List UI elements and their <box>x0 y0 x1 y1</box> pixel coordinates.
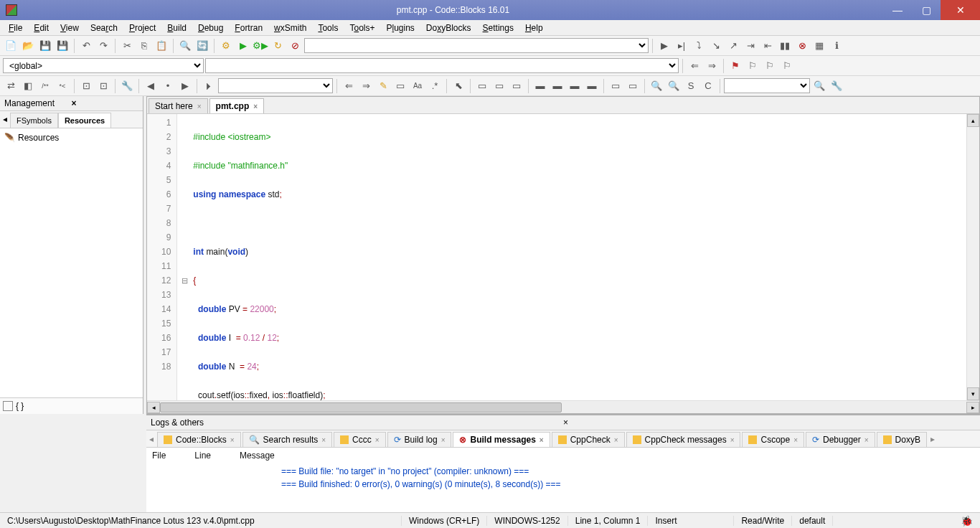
doc2-icon[interactable]: ⊡ <box>95 78 111 94</box>
next-instr-icon[interactable]: ⇥ <box>743 38 758 54</box>
menu-search[interactable]: Search <box>85 22 123 34</box>
text-icon[interactable]: ▭ <box>392 78 408 94</box>
logs-tab-left-icon[interactable]: ◂ <box>146 433 156 446</box>
menu-tools-plus[interactable]: Tools+ <box>344 22 380 34</box>
bookmark-prev-icon[interactable]: ⚐ <box>745 58 760 74</box>
match-case-icon[interactable]: Aa <box>410 78 425 94</box>
horizontal-scrollbar[interactable]: ◂ ▸ <box>147 400 979 413</box>
find-icon[interactable]: 🔍 <box>177 38 193 54</box>
symbol-combo[interactable] <box>205 58 679 73</box>
build-run-icon[interactable]: ⚙▶ <box>253 38 268 54</box>
bookmark-next-icon[interactable]: ⚐ <box>762 58 778 74</box>
forward-jump-icon[interactable]: ⇒ <box>704 58 720 74</box>
close-tab-icon[interactable]: × <box>197 103 202 110</box>
block4-icon[interactable]: ▬ <box>584 78 600 94</box>
cut-icon[interactable]: ✂ <box>119 38 135 54</box>
back-jump-icon[interactable]: ⇐ <box>687 58 702 74</box>
copy-icon[interactable]: ⎘ <box>136 38 152 54</box>
rect2-icon[interactable]: ▭ <box>625 78 641 94</box>
break-icon[interactable]: ▮▮ <box>777 38 793 54</box>
paste-icon[interactable]: 📋 <box>154 38 169 54</box>
log-tab-search[interactable]: 🔍Search results× <box>242 432 333 447</box>
undo-icon[interactable]: ↶ <box>78 38 94 54</box>
abort-icon[interactable]: ⊘ <box>287 38 303 54</box>
arrow-left-icon[interactable]: ⇐ <box>341 78 357 94</box>
comment-icon[interactable]: /** <box>37 78 53 94</box>
search-opts-icon[interactable]: 🔧 <box>829 78 844 94</box>
block1-icon[interactable]: ▬ <box>532 78 548 94</box>
log-tab-debugger[interactable]: ⟳Debugger× <box>806 432 875 447</box>
build-target-combo[interactable] <box>304 38 649 53</box>
debug-continue-icon[interactable]: ▶ <box>656 38 672 54</box>
step-into-icon[interactable]: ↘ <box>708 38 724 54</box>
rebuild-icon[interactable]: ↻ <box>270 38 286 54</box>
menu-wxsmith[interactable]: wxSmith <box>268 22 312 34</box>
run-to-cursor-icon[interactable]: ▸| <box>674 38 689 54</box>
save-icon[interactable]: 💾 <box>37 38 53 54</box>
menu-settings[interactable]: Settings <box>477 22 519 34</box>
letter-c-icon[interactable]: C <box>700 78 716 94</box>
comment-block-icon[interactable]: *< <box>55 78 70 94</box>
close-button[interactable]: ✕ <box>941 0 980 20</box>
code-editor[interactable]: 123456789101112131415161718 #include <io… <box>147 114 979 400</box>
block3-icon[interactable]: ▬ <box>567 78 583 94</box>
letter-s-icon[interactable]: S <box>683 78 699 94</box>
info-icon[interactable]: ℹ <box>829 38 844 54</box>
regex-icon[interactable]: .* <box>427 78 443 94</box>
log-tab-cccc[interactable]: Cccc× <box>334 432 386 447</box>
log-tab-buildlog[interactable]: ⟳Build log× <box>387 432 452 447</box>
menu-debug[interactable]: Debug <box>192 22 229 34</box>
step-over-icon[interactable]: ⤵ <box>691 38 707 54</box>
vertical-scrollbar[interactable]: ▴▾ <box>966 114 979 400</box>
redo-icon[interactable]: ↷ <box>95 38 111 54</box>
search-go-icon[interactable]: 🔍 <box>811 78 827 94</box>
block2-icon[interactable]: ▬ <box>550 78 565 94</box>
log-tab-codeblocks[interactable]: Code::Blocks× <box>157 432 241 447</box>
log-tab-buildmsg[interactable]: ⊗Build messages× <box>453 432 550 447</box>
run-icon[interactable]: ▶ <box>235 38 251 54</box>
maximize-button[interactable]: ▢ <box>912 0 941 20</box>
logs-tab-right-icon[interactable]: ▸ <box>928 433 938 446</box>
save-all-icon[interactable]: 💾 <box>55 38 70 54</box>
diff-icon[interactable]: ◧ <box>20 78 36 94</box>
new-file-icon[interactable]: 📄 <box>3 38 19 54</box>
toggle-source-icon[interactable]: ⇄ <box>3 78 19 94</box>
log-tab-cscope[interactable]: Cscope× <box>742 432 804 447</box>
mgmt-tab-fsymbols[interactable]: FSymbols <box>10 113 58 128</box>
search-combo[interactable] <box>724 78 810 93</box>
build-icon[interactable]: ⚙ <box>218 38 234 54</box>
tab-start-here[interactable]: Start here × <box>149 98 208 113</box>
scope-combo[interactable]: <global> <box>3 58 204 73</box>
wrench-icon[interactable]: 🔧 <box>119 78 135 94</box>
management-tree[interactable]: 🪶 Resources <box>0 128 143 397</box>
mgmt-tab-resources[interactable]: Resources <box>58 113 111 128</box>
log-tab-cppcheckmsg[interactable]: CppCheck messages× <box>626 432 741 447</box>
log-body[interactable]: File Line Message === Build file: "no ta… <box>146 448 980 512</box>
bug-icon[interactable]: 🐞 <box>961 515 973 527</box>
menu-project[interactable]: Project <box>123 22 161 34</box>
bookmark-clear-icon[interactable]: ⚐ <box>779 58 795 74</box>
menu-fortran[interactable]: Fortran <box>229 22 268 34</box>
nav-fwd-icon[interactable]: ▶ <box>177 78 193 94</box>
menu-doxyblocks[interactable]: DoxyBlocks <box>420 22 477 34</box>
fold-margin[interactable] <box>177 114 190 400</box>
zoom-out-icon[interactable]: 🔍 <box>666 78 682 94</box>
debug-windows-icon[interactable]: ▦ <box>811 38 827 54</box>
tree-root-resources[interactable]: 🪶 Resources <box>3 131 140 144</box>
open-file-icon[interactable]: 📂 <box>20 38 36 54</box>
bookmark-toggle-icon[interactable]: ⚑ <box>727 58 743 74</box>
mgmt-icon-1[interactable] <box>3 401 13 411</box>
log-tab-doxy[interactable]: DoxyB <box>877 432 927 447</box>
menu-edit[interactable]: Edit <box>28 22 55 34</box>
rect1-icon[interactable]: ▭ <box>608 78 623 94</box>
zoom-in-icon[interactable]: 🔍 <box>649 78 664 94</box>
replace-icon[interactable]: 🔄 <box>194 38 210 54</box>
tab-pmt-cpp[interactable]: pmt.cpp × <box>209 98 265 113</box>
logs-close-icon[interactable]: × <box>563 418 976 428</box>
mgmt-tab-left-icon[interactable]: ◂ <box>0 111 10 128</box>
select-icon[interactable]: ▭ <box>474 78 490 94</box>
doc-icon[interactable]: ⊡ <box>78 78 94 94</box>
nav-back-icon[interactable]: ◀ <box>143 78 159 94</box>
sel3-icon[interactable]: ▭ <box>509 78 524 94</box>
menu-file[interactable]: File <box>3 22 28 34</box>
